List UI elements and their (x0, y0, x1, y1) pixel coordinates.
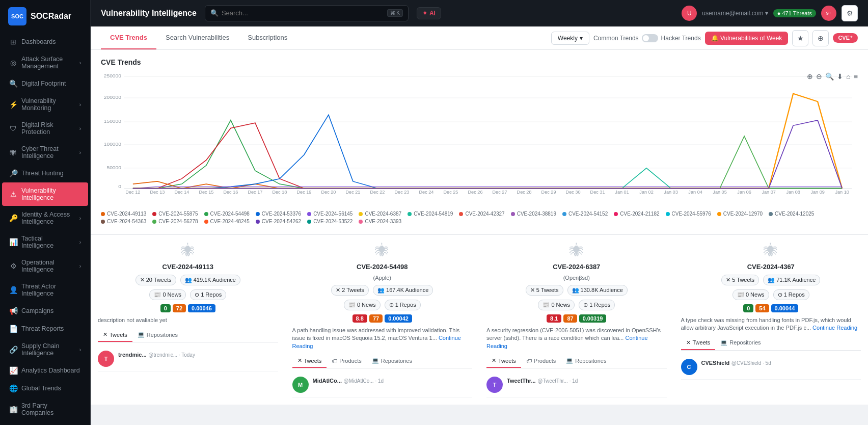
sidebar-item-analytics[interactable]: 📈 Analytics Dashboard (2, 362, 88, 379)
sidebar-item-campaigns[interactable]: 📢 Campaigns (2, 302, 88, 320)
svg-text:Dec 31: Dec 31 (590, 190, 605, 195)
tab-subscriptions[interactable]: Subscriptions (238, 26, 296, 49)
sidebar-label-digital-risk: Digital Risk Protection (21, 121, 75, 136)
sidebar-item-incidents[interactable]: 🚨 Incidents › (2, 421, 88, 425)
svg-text:Dec 25: Dec 25 (444, 190, 458, 195)
card-description: A path handling issue was addressed with… (292, 327, 473, 350)
score-badges: 0720.00046 (98, 304, 278, 312)
card-tab-repositories[interactable]: 💻Repositories (561, 354, 611, 368)
svg-text:200000: 200000 (104, 95, 122, 100)
svg-text:Dec 23: Dec 23 (394, 190, 409, 195)
card-tab-tweets[interactable]: ✕Tweets (292, 354, 327, 368)
tweet-handle: trendmic... (118, 352, 147, 358)
toggle-knob (643, 35, 649, 41)
add-icon[interactable]: ⊕ (812, 30, 829, 46)
tweet-time: @MidAtlCo... · 1d (344, 378, 384, 384)
score-badge: 0.00042 (385, 314, 412, 323)
tab-icon: ✕ (492, 357, 496, 364)
tab-list: CVE TrendsSearch VulnerabilitiesSubscrip… (101, 26, 296, 49)
card-tab-repositories[interactable]: 💻Repositories (715, 336, 766, 350)
card-tab-tweets[interactable]: ✕Tweets (681, 336, 716, 350)
sidebar-item-identity-access[interactable]: 🔑 Identity & Access Intelligence › (2, 206, 88, 230)
sidebar-item-attack-surface[interactable]: ◎ Attack Surface Management › (2, 51, 88, 74)
svg-text:Dec 30: Dec 30 (566, 190, 581, 195)
sidebar-label-threat-hunting: Threat Hunting (21, 170, 81, 177)
svg-text:Jan 07: Jan 07 (762, 190, 776, 195)
svg-text:Dec 18: Dec 18 (272, 190, 287, 195)
tweet-info: TweetThr... @TweetThr... · 1d (507, 377, 667, 384)
sidebar-item-global-trends[interactable]: 🌐 Global Trends (2, 380, 88, 397)
sidebar-nav: ⊞ Dashboards ◎ Attack Surface Management… (0, 33, 90, 425)
sidebar-item-3rd-party[interactable]: 🏢 3rd Party Companies (2, 397, 88, 421)
card-stats2: 📰 0 News ⊙ 1 Repos (98, 289, 278, 300)
sidebar-item-threat-actor[interactable]: 👤 Threat Actor Intelligence (2, 278, 88, 302)
home-icon[interactable]: ⌂ (846, 72, 850, 81)
sidebar-item-vuln-monitoring[interactable]: ⚡ Vulnerability Monitoring › (2, 93, 88, 116)
search-input[interactable] (222, 9, 384, 17)
vuln-week-button[interactable]: 🔔 Vulnerabilities of Week (705, 32, 789, 45)
svg-text:Dec 29: Dec 29 (541, 190, 556, 195)
tab-search-vuln[interactable]: Search Vulnerabilities (156, 26, 238, 49)
chart-section: CVE Trends ⊕ ⊖ 🔍 ⬇ ⌂ ≡ 250000 200000 (91, 50, 868, 235)
tab-icon: 🏷 (332, 358, 337, 364)
legend-item-cve19: CVE-2024-53522 (307, 219, 352, 224)
sidebar-item-dashboards[interactable]: ⊞ Dashboards (2, 33, 88, 50)
chevron-icon-tactical-intel: › (79, 240, 81, 245)
legend-dot-cve2 (152, 212, 156, 216)
tweet-time: @TweetThr... · 1d (537, 378, 578, 384)
continue-reading-link[interactable]: Continue Reading (292, 335, 461, 349)
user-avatar[interactable]: U (682, 6, 697, 21)
sidebar-item-threat-reports[interactable]: 📄 Threat Reports (2, 320, 88, 337)
tab-icon: 💻 (566, 357, 573, 364)
sidebar-item-digital-footprint[interactable]: 🔍 Digital Footprint (2, 75, 88, 92)
sidebar-item-vuln-intel[interactable]: ⚠ Vulnerability Intelligence (2, 182, 88, 206)
search-bar[interactable]: 🔍 ⌘ K (205, 5, 409, 21)
notification-bell[interactable]: 9+ (821, 6, 836, 21)
sidebar-item-tactical-intel[interactable]: 📊 Tactical Intelligence › (2, 230, 88, 254)
card-tab-repositories[interactable]: 💻Repositories (132, 328, 183, 342)
sidebar-item-supply-chain[interactable]: 🔗 Supply Chain Intelligence › (2, 338, 88, 361)
common-trends-toggle-switch[interactable] (642, 34, 658, 42)
chevron-icon-identity-access: › (79, 216, 81, 221)
continue-reading-link[interactable]: Continue Reading (486, 335, 648, 349)
sidebar-item-operational-intel[interactable]: ⚙ Operational Intelligence › (2, 254, 88, 278)
card-tab-products[interactable]: 🏷Products (327, 354, 366, 368)
download-icon[interactable]: ⬇ (837, 72, 843, 81)
magnify-icon[interactable]: 🔍 (825, 72, 834, 81)
audience-stat: 👥 167.4K Audience (373, 285, 433, 296)
zoom-in-icon[interactable]: ⊕ (807, 72, 813, 81)
zoom-out-icon[interactable]: ⊖ (816, 72, 822, 81)
sidebar-label-identity-access: Identity & Access Intelligence (21, 211, 75, 225)
ai-icon: ✦ (422, 10, 427, 17)
legend-item-cve12: CVE-2024-55976 (666, 211, 711, 217)
period-selector[interactable]: Weekly ▾ (551, 32, 589, 45)
svg-text:Dec 13: Dec 13 (150, 190, 165, 195)
sidebar-icon-global-trends: 🌐 (9, 384, 17, 392)
card-tab-repositories[interactable]: 💻Repositories (367, 354, 417, 368)
sidebar-label-analytics: Analytics Dashboard (21, 367, 81, 374)
chevron-icon-supply-chain: › (79, 347, 81, 353)
sidebar-icon-campaigns: 📢 (9, 307, 17, 315)
card-tab-tweets[interactable]: ✕Tweets (98, 328, 132, 342)
sidebar-item-digital-risk[interactable]: 🛡 Digital Risk Protection › (2, 117, 88, 140)
cve-badge[interactable]: CVE⁺ (833, 33, 858, 43)
sidebar-icon-cyber-threat: 🕷 (9, 148, 17, 156)
legend-item-cve5: CVE-2024-56145 (307, 211, 352, 217)
chart-title: CVE Trends (101, 58, 858, 66)
ai-button[interactable]: ✦ AI (417, 7, 441, 19)
sidebar-label-3rd-party: 3rd Party Companies (21, 402, 81, 416)
svg-text:Dec 28: Dec 28 (517, 190, 532, 195)
card-description: A security regression (CVE-2006-5051) wa… (486, 327, 667, 350)
legend-item-cve10: CVE-2024-54152 (562, 211, 608, 217)
star-icon[interactable]: ★ (792, 30, 808, 46)
tab-cve-trends[interactable]: CVE Trends (101, 26, 156, 49)
tweets-stat: ✕ 20 Tweets (135, 275, 176, 285)
card-tab-products[interactable]: 🏷Products (521, 354, 561, 368)
settings-icon[interactable]: ⚙ (842, 5, 858, 21)
sidebar-item-cyber-threat[interactable]: 🕷 Cyber Threat Intelligence › (2, 141, 88, 164)
continue-reading-link[interactable]: Continue Reading (812, 325, 857, 331)
menu-icon[interactable]: ≡ (854, 72, 858, 81)
legend-item-cve7: CVE-2024-54819 (408, 211, 453, 217)
card-tab-tweets[interactable]: ✕Tweets (486, 354, 521, 368)
sidebar-item-threat-hunting[interactable]: 🔎 Threat Hunting (2, 165, 88, 182)
